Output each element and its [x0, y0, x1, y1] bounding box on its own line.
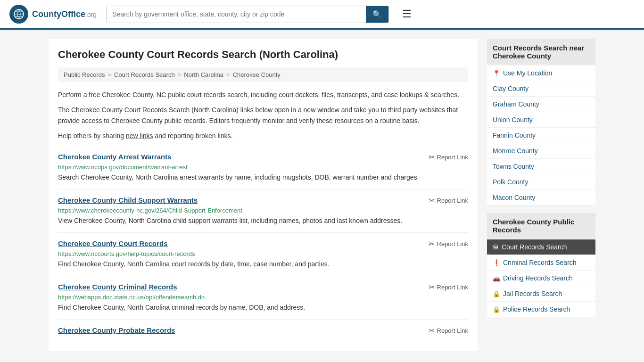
- report-label-3: Report Link: [437, 284, 468, 291]
- record-header-2: Cherokee County Court Records ✂ Report L…: [58, 239, 468, 248]
- sidebar-item-towns[interactable]: Towns County: [487, 159, 595, 174]
- report-link-0[interactable]: ✂ Report Link: [429, 153, 468, 162]
- description-3: Help others by sharing new links and rep…: [58, 131, 468, 141]
- record-header-3: Cherokee County Criminal Records ✂ Repor…: [58, 283, 468, 292]
- court-records-icon: 🏛: [493, 244, 499, 251]
- report-icon-4: ✂: [429, 326, 435, 335]
- report-icon-2: ✂: [429, 239, 435, 248]
- content-area: Cherokee County Court Records Search (No…: [49, 39, 478, 351]
- sidebar-item-fannin[interactable]: Fannin County: [487, 128, 595, 143]
- search-button[interactable]: 🔍: [366, 6, 388, 23]
- record-header-4: Cherokee County Probate Records ✂ Report…: [58, 326, 468, 335]
- record-entry-1: Cherokee County Child Support Warrants ✂…: [58, 189, 468, 233]
- record-title-1[interactable]: Cherokee County Child Support Warrants: [58, 196, 198, 204]
- record-entry-4: Cherokee County Probate Records ✂ Report…: [58, 320, 468, 342]
- logo-text: CountyOffice.org: [32, 9, 97, 19]
- sidebar-nearby: Court Records Search near Cherokee Count…: [487, 39, 595, 206]
- report-icon-3: ✂: [429, 283, 435, 292]
- driving-records-icon: 🚗: [493, 275, 500, 282]
- record-title-0[interactable]: Cherokee County Arrest Warrants: [58, 153, 172, 161]
- record-url-1[interactable]: https://www.cherokeecounty-nc.gov/264/Ch…: [58, 207, 468, 214]
- sidebar-use-my-location[interactable]: Use My Location: [503, 69, 552, 77]
- main-container: Cherokee County Court Records Search (No…: [39, 30, 605, 361]
- sidebar-item-jail-records[interactable]: 🔒 Jail Records Search: [487, 286, 595, 302]
- sidebar-police-records-link[interactable]: Police Records Search: [503, 305, 570, 313]
- record-entry-0: Cherokee County Arrest Warrants ✂ Report…: [58, 146, 468, 189]
- record-title-4[interactable]: Cherokee County Probate Records: [58, 326, 175, 334]
- sidebar-item-graham[interactable]: Graham County: [487, 97, 595, 112]
- record-entry-3: Cherokee County Criminal Records ✂ Repor…: [58, 276, 468, 320]
- sidebar-item-location[interactable]: 📍 Use My Location: [487, 66, 595, 81]
- sidebar-item-polk[interactable]: Polk County: [487, 174, 595, 190]
- sidebar-union-county[interactable]: Union County: [493, 116, 533, 123]
- sidebar-item-clay[interactable]: Clay County: [487, 81, 595, 97]
- breadcrumb-north-carolina[interactable]: North Carolina: [184, 71, 223, 78]
- sidebar-public-records: Cherokee County Public Records 🏛 Court R…: [487, 213, 595, 317]
- report-icon-0: ✂: [429, 153, 435, 162]
- sidebar-item-court-records[interactable]: 🏛 Court Records Search: [487, 239, 595, 255]
- sidebar-graham-county[interactable]: Graham County: [493, 100, 539, 108]
- breadcrumb: Public Records > Court Records Search > …: [58, 67, 468, 82]
- breadcrumb-public-records[interactable]: Public Records: [64, 71, 105, 78]
- record-desc-2: Find Cherokee County, North Carolina cou…: [58, 259, 468, 269]
- new-links[interactable]: new links: [126, 132, 153, 140]
- breadcrumb-sep-2: >: [178, 71, 182, 78]
- sidebar-clay-county[interactable]: Clay County: [493, 85, 528, 92]
- jail-records-icon: 🔒: [493, 290, 500, 297]
- sidebar-fannin-county[interactable]: Fannin County: [493, 132, 536, 139]
- sidebar-public-records-title: Cherokee County Public Records: [487, 213, 595, 239]
- breadcrumb-sep-3: >: [226, 71, 230, 78]
- record-desc-3: Find Cherokee County, North Carolina cri…: [58, 303, 468, 313]
- record-header-0: Cherokee County Arrest Warrants ✂ Report…: [58, 153, 468, 162]
- police-records-icon: 🔒: [493, 306, 500, 313]
- sidebar-monroe-county[interactable]: Monroe County: [493, 147, 538, 155]
- report-label-0: Report Link: [437, 154, 468, 161]
- sidebar-item-driving-records[interactable]: 🚗 Driving Records Search: [487, 271, 595, 286]
- description-2: The Cherokee County Court Records Search…: [58, 105, 468, 126]
- record-title-2[interactable]: Cherokee County Court Records: [58, 239, 168, 247]
- record-url-3[interactable]: https://webapps.doc.state.nc.us/opi/offe…: [58, 294, 468, 301]
- sidebar-driving-records-link[interactable]: Driving Records Search: [503, 274, 573, 282]
- header: CountyOffice.org 🔍 ☰: [0, 0, 644, 30]
- records-list: Cherokee County Arrest Warrants ✂ Report…: [58, 146, 468, 342]
- record-header-1: Cherokee County Child Support Warrants ✂…: [58, 196, 468, 205]
- sidebar-item-criminal-records[interactable]: ❗ Criminal Records Search: [487, 255, 595, 271]
- sidebar-macon-county[interactable]: Macon County: [493, 194, 535, 201]
- record-desc-0: Search Cherokee County, North Carolina a…: [58, 173, 468, 182]
- location-icon: 📍: [493, 70, 500, 77]
- sidebar-criminal-records-link[interactable]: Criminal Records Search: [503, 259, 577, 266]
- record-title-3[interactable]: Cherokee County Criminal Records: [58, 283, 177, 291]
- menu-button[interactable]: ☰: [398, 6, 415, 22]
- search-input[interactable]: [107, 6, 366, 23]
- report-link-2[interactable]: ✂ Report Link: [429, 239, 468, 248]
- record-url-2[interactable]: https://www.nccourts.gov/help-topics/cou…: [58, 250, 468, 257]
- report-link-4[interactable]: ✂ Report Link: [429, 326, 468, 335]
- sidebar-jail-records-link[interactable]: Jail Records Search: [503, 290, 562, 297]
- report-label-1: Report Link: [437, 197, 468, 204]
- description-1: Perform a free Cherokee County, NC publi…: [58, 90, 468, 100]
- search-bar: 🔍: [106, 6, 389, 23]
- report-link-1[interactable]: ✂ Report Link: [429, 196, 468, 205]
- breadcrumb-court-records[interactable]: Court Records Search: [114, 71, 175, 78]
- sidebar: Court Records Search near Cherokee Count…: [487, 39, 595, 351]
- sidebar-polk-county[interactable]: Polk County: [493, 178, 528, 186]
- sidebar-item-monroe[interactable]: Monroe County: [487, 143, 595, 159]
- report-link-3[interactable]: ✂ Report Link: [429, 283, 468, 292]
- breadcrumb-cherokee: Cherokee County: [233, 71, 281, 78]
- record-desc-1: View Cherokee County, North Carolina chi…: [58, 216, 468, 226]
- report-icon-1: ✂: [429, 196, 435, 205]
- report-label-4: Report Link: [437, 327, 468, 334]
- record-url-0[interactable]: https://www.ncdps.gov/document/warrant-a…: [58, 164, 468, 171]
- sidebar-court-records-link[interactable]: Court Records Search: [502, 243, 567, 251]
- sidebar-nearby-title: Court Records Search near Cherokee Count…: [487, 39, 595, 65]
- breadcrumb-sep-1: >: [107, 71, 111, 78]
- logo[interactable]: CountyOffice.org: [9, 5, 97, 24]
- sidebar-item-police-records[interactable]: 🔒 Police Records Search: [487, 302, 595, 317]
- sidebar-towns-county[interactable]: Towns County: [493, 163, 534, 170]
- report-label-2: Report Link: [437, 240, 468, 247]
- sidebar-item-union[interactable]: Union County: [487, 112, 595, 128]
- record-entry-2: Cherokee County Court Records ✂ Report L…: [58, 233, 468, 276]
- page-title: Cherokee County Court Records Search (No…: [58, 49, 468, 61]
- sidebar-item-macon[interactable]: Macon County: [487, 190, 595, 206]
- logo-icon: [9, 5, 28, 24]
